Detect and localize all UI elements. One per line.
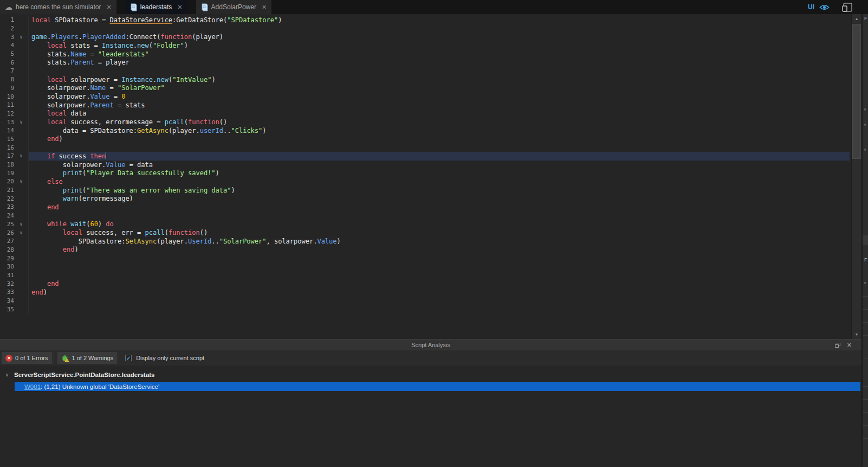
document-tab[interactable]: leaderstats✕ (125, 0, 187, 14)
code-line[interactable]: 33end) (0, 288, 850, 297)
line-number[interactable]: 26 (0, 229, 14, 236)
current-script-checkbox[interactable]: ✓ (125, 355, 132, 361)
code-text[interactable]: end (28, 279, 850, 288)
code-line[interactable]: 4 local stats = Instance.new("Folder") (0, 41, 850, 50)
line-number[interactable]: 3 (0, 34, 14, 41)
code-text[interactable]: while wait(60) do (28, 220, 850, 229)
fold-chevron-icon[interactable]: ∨ (14, 222, 28, 227)
code-line[interactable]: 34 (0, 297, 850, 305)
code-line[interactable]: 35 (0, 305, 850, 314)
code-line[interactable]: 31 (0, 271, 850, 280)
code-text[interactable]: print("Player Data successfully saved!") (28, 169, 850, 177)
code-line[interactable]: 13∨ local success, errormessage = pcall(… (0, 118, 850, 126)
ui-toggle-label[interactable]: UI (808, 3, 814, 11)
close-tab-icon[interactable]: ✕ (106, 4, 111, 11)
code-line[interactable]: 9 solarpower.Name = "SolarPower" (0, 84, 850, 93)
code-text[interactable]: local SPDatastore = DataStoreService:Get… (28, 16, 850, 24)
line-number[interactable]: 19 (0, 170, 14, 177)
line-number[interactable]: 20 (0, 178, 14, 185)
line-number[interactable]: 31 (0, 272, 14, 279)
code-line[interactable]: 26∨ local success, err = pcall(function(… (0, 228, 850, 237)
code-line[interactable]: 10 solarpower.Value = 0 (0, 92, 850, 101)
code-text[interactable]: game.Players.PlayerAdded:Connect(functio… (28, 33, 850, 41)
code-text[interactable]: end) (28, 288, 850, 297)
code-text[interactable]: else (28, 177, 850, 186)
code-text[interactable]: end (28, 203, 850, 212)
code-editor[interactable]: 1local SPDatastore = DataStoreService:Ge… (0, 14, 861, 339)
code-text[interactable] (28, 254, 850, 263)
code-text[interactable]: solarpower.Parent = stats (28, 101, 850, 110)
code-line[interactable]: 28 end) (0, 246, 850, 254)
line-number[interactable]: 11 (0, 101, 14, 108)
code-text[interactable] (28, 212, 850, 220)
code-text[interactable] (28, 24, 850, 33)
line-number[interactable]: 34 (0, 297, 14, 304)
code-text[interactable]: solarpower.Name = "SolarPower" (28, 84, 850, 93)
code-line[interactable]: 24 (0, 212, 850, 220)
warnings-filter-button[interactable]: 1 of 2 Warnings (57, 352, 118, 364)
line-number[interactable]: 33 (0, 289, 14, 296)
line-number[interactable]: 9 (0, 85, 14, 92)
code-text[interactable]: end) (28, 135, 850, 144)
line-number[interactable]: 25 (0, 221, 14, 228)
line-number[interactable]: 6 (0, 59, 14, 66)
scroll-up-arrow-icon[interactable]: ▲ (852, 14, 861, 23)
line-number[interactable]: 2 (0, 25, 14, 32)
code-text[interactable]: if success then (28, 152, 850, 161)
line-number[interactable]: 13 (0, 119, 14, 126)
scrollbar-thumb[interactable] (852, 24, 861, 159)
code-line[interactable]: 25∨ while wait(60) do (0, 220, 850, 229)
code-line[interactable]: 14 data = SPDatastore:GetAsync(player.us… (0, 126, 850, 135)
code-line[interactable]: 12 local data (0, 110, 850, 118)
code-line[interactable]: 18 solarpower.Value = data (0, 161, 850, 169)
line-number[interactable]: 1 (0, 16, 14, 23)
scroll-down-arrow-icon[interactable]: ▼ (852, 330, 861, 339)
fold-chevron-icon[interactable]: ∨ (14, 153, 28, 158)
line-number[interactable]: 24 (0, 212, 14, 219)
code-text[interactable]: local stats = Instance.new("Folder") (28, 41, 850, 50)
line-number[interactable]: 28 (0, 246, 14, 253)
line-number[interactable]: 29 (0, 255, 14, 262)
code-text[interactable]: stats.Name = "leaderstats" (28, 50, 850, 59)
line-number[interactable]: 17 (0, 152, 14, 159)
code-text[interactable]: solarpower.Value = 0 (28, 92, 850, 101)
line-number[interactable]: 23 (0, 203, 14, 210)
code-line[interactable]: 17∨ if success then (0, 152, 850, 161)
code-line[interactable]: 8 local solarpower = Instance.new("IntVa… (0, 75, 850, 84)
code-text[interactable]: local solarpower = Instance.new("IntValu… (28, 75, 850, 84)
analysis-tree-header-row[interactable]: ∨ ServerScriptService.PointDataStore.lea… (0, 370, 861, 380)
line-number[interactable]: 22 (0, 195, 14, 202)
fold-chevron-icon[interactable]: ∨ (14, 179, 28, 184)
code-line[interactable]: 16 (0, 143, 850, 152)
code-line[interactable]: 21 print("There was an error when saving… (0, 186, 850, 195)
line-number[interactable]: 14 (0, 127, 14, 134)
float-panel-icon[interactable] (835, 343, 840, 348)
errors-filter-button[interactable]: ✕ 0 of 1 Errors (2, 352, 52, 364)
code-line[interactable]: 30 (0, 263, 850, 271)
code-line[interactable]: 2 (0, 24, 850, 33)
code-line[interactable]: 7 (0, 67, 850, 75)
fold-chevron-icon[interactable]: ∨ (14, 35, 28, 40)
editor-vertical-scrollbar[interactable]: ▲ ▼ (851, 14, 861, 339)
line-number[interactable]: 12 (0, 110, 14, 117)
fold-chevron-icon[interactable]: ∨ (14, 231, 28, 235)
code-text[interactable] (28, 305, 850, 314)
warning-result-row[interactable]: W001 : (1,21) Unknown global 'DataStoreS… (15, 382, 860, 391)
close-tab-icon[interactable]: ✕ (177, 4, 182, 11)
device-emulation-icon[interactable] (842, 3, 853, 12)
code-line[interactable]: 11 solarpower.Parent = stats (0, 101, 850, 110)
code-line[interactable]: 6 stats.Parent = player (0, 58, 850, 67)
code-text[interactable]: end) (28, 246, 850, 254)
line-number[interactable]: 30 (0, 263, 14, 270)
line-number[interactable]: 10 (0, 93, 14, 100)
code-text[interactable] (28, 67, 850, 75)
fold-chevron-icon[interactable]: ∨ (14, 120, 28, 125)
code-text[interactable]: local success, errormessage = pcall(func… (28, 118, 850, 126)
code-text[interactable]: solarpower.Value = data (28, 161, 850, 169)
document-tab[interactable]: ☁here comes the sun simulator✕ (0, 0, 116, 14)
close-tab-icon[interactable]: ✕ (262, 4, 267, 11)
code-text[interactable]: stats.Parent = player (28, 58, 850, 67)
line-number[interactable]: 15 (0, 136, 14, 143)
code-line[interactable]: 29 (0, 254, 850, 263)
line-number[interactable]: 5 (0, 50, 14, 57)
